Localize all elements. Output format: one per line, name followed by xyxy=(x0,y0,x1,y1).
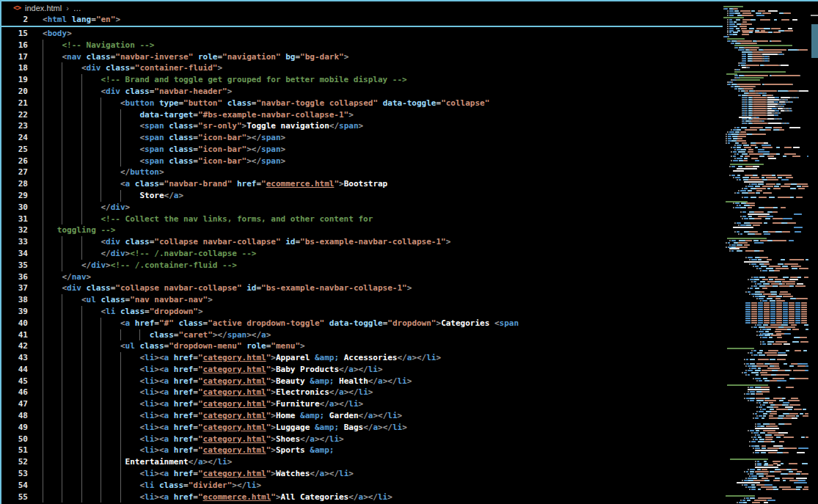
minimap-line xyxy=(766,426,778,427)
code-line[interactable]: 36</nav> xyxy=(0,271,723,283)
code-line[interactable]: 45<li><a href="category.html">Beauty &am… xyxy=(0,376,723,387)
code-line[interactable]: 18<div class="container-fluid"> xyxy=(0,62,723,74)
code-line[interactable]: 43<li><a href="category.html">Apparel &a… xyxy=(0,352,723,364)
code-line[interactable]: 50<li><a href="category.html">Shoes</a><… xyxy=(0,434,723,445)
code-line[interactable]: 39<li class="dropdown"> xyxy=(0,306,723,318)
line-number[interactable]: 50 xyxy=(0,434,28,445)
line-number[interactable]: 46 xyxy=(0,387,28,398)
code-line[interactable]: 41class="caret"></span></a> xyxy=(0,329,723,341)
code-line[interactable]: 42<ul class="dropdown-menu" role="menu"> xyxy=(0,340,723,352)
minimap-line xyxy=(745,304,751,306)
line-number[interactable]: 25 xyxy=(0,144,28,156)
code-line[interactable]: 23<span class="sr-only">Toggle navigatio… xyxy=(0,120,723,132)
line-number[interactable]: 28 xyxy=(0,178,28,190)
code-line[interactable]: 33<div class="collapse navbar-collapse" … xyxy=(0,236,723,248)
code-line[interactable]: 25<span class="icon-bar"></span> xyxy=(0,144,723,156)
code-line[interactable]: 21<button type="button" class="navbar-to… xyxy=(0,98,723,109)
indent-guide xyxy=(62,340,62,352)
code-line[interactable]: 35</div><!-- /.container-fluid --> xyxy=(0,260,723,271)
code-line[interactable]: 38<ul class="nav navbar-nav"> xyxy=(0,294,723,306)
code-line[interactable]: 19<!-- Brand and toggle get grouped for … xyxy=(0,74,723,86)
line-number[interactable]: 39 xyxy=(0,306,28,318)
code-line[interactable]: 34</div><!-- /.navbar-collapse --> xyxy=(0,248,723,260)
code-line[interactable]: 16<!-- Navigation --> xyxy=(0,40,723,51)
code-line[interactable]: 31<!-- Collect the nav links, forms, and… xyxy=(0,213,723,225)
line-number[interactable]: 38 xyxy=(0,294,28,306)
code-line[interactable]: 22data-target="#bs-example-navbar-collap… xyxy=(0,109,723,121)
line-number[interactable]: 33 xyxy=(0,236,28,248)
line-number[interactable]: 54 xyxy=(0,480,28,492)
line-number[interactable]: 53 xyxy=(0,468,28,480)
line-number[interactable]: 43 xyxy=(0,352,28,364)
code-line[interactable]: 26<span class="icon-bar"></span> xyxy=(0,156,723,167)
line-number[interactable]: 37 xyxy=(0,282,28,294)
line-number[interactable]: 16 xyxy=(0,40,28,51)
line-number[interactable]: 29 xyxy=(0,190,28,202)
code-line[interactable]: 15<body> xyxy=(0,28,723,40)
minimap-line xyxy=(765,331,769,332)
line-number[interactable]: 20 xyxy=(0,86,28,98)
line-number[interactable]: 30 xyxy=(0,202,28,213)
code-line[interactable]: 32toggling --> xyxy=(0,224,723,236)
line-number[interactable]: 41 xyxy=(0,329,28,341)
line-number[interactable]: 18 xyxy=(0,62,28,74)
code-line[interactable]: 47<li><a href="category.html">Furniture<… xyxy=(0,398,723,410)
line-number[interactable]: 34 xyxy=(0,248,28,260)
minimap-line xyxy=(796,197,803,198)
minimap-line xyxy=(772,75,800,76)
line-number[interactable]: 44 xyxy=(0,364,28,376)
code-line[interactable]: 28<a class="navbar-brand" href="ecommerc… xyxy=(0,178,723,190)
code-line[interactable]: 44<li><a href="category.html">Baby Produ… xyxy=(0,364,723,376)
line-number[interactable]: 24 xyxy=(0,132,28,144)
line-number[interactable]: 40 xyxy=(0,318,28,329)
minimap[interactable] xyxy=(723,1,810,504)
minimap-line xyxy=(798,188,806,189)
minimap-line xyxy=(754,500,767,501)
code-line[interactable]: 24<span class="icon-bar"></span> xyxy=(0,132,723,144)
code-line[interactable]: 20<div class="navbar-header"> xyxy=(0,86,723,98)
line-number[interactable]: 31 xyxy=(0,213,28,225)
line-number[interactable]: 15 xyxy=(0,28,28,40)
code-line[interactable]: 40<a href="#" class="active dropdown-tog… xyxy=(0,318,723,329)
code-line[interactable]: 51<li><a href="category.html">Sports &am… xyxy=(0,445,723,456)
sticky-line[interactable]: 2<html lang="en"> xyxy=(0,14,723,26)
line-number[interactable]: 23 xyxy=(0,120,28,132)
line-number[interactable]: 49 xyxy=(0,422,28,434)
line-number[interactable]: 36 xyxy=(0,271,28,283)
breadcrumb-ellipsis[interactable]: … xyxy=(73,4,82,12)
code-line[interactable]: 46<li><a href="category.html">Electronic… xyxy=(0,387,723,398)
line-number[interactable]: 55 xyxy=(0,492,28,503)
code-line[interactable]: 54<li class="divider"></li> xyxy=(0,480,723,492)
line-number[interactable]: 42 xyxy=(0,340,28,352)
line-number[interactable]: 51 xyxy=(0,445,28,456)
line-number[interactable]: 27 xyxy=(0,167,28,178)
vertical-scrollbar[interactable] xyxy=(811,1,818,504)
code-line[interactable]: 30</div> xyxy=(0,202,723,213)
code-line[interactable]: 55<li><a href="ecommerce.html">All Categ… xyxy=(0,492,723,503)
line-number[interactable]: 22 xyxy=(0,109,28,121)
line-number[interactable]: 19 xyxy=(0,74,28,86)
breadcrumb-file-name[interactable]: index.html xyxy=(25,4,62,12)
code-line[interactable]: 49<li><a href="category.html">Luggage &a… xyxy=(0,422,723,434)
line-number[interactable]: 17 xyxy=(0,51,28,63)
code-line[interactable]: 29Store</a> xyxy=(0,190,723,202)
code-line[interactable]: 27</button> xyxy=(0,167,723,178)
line-number[interactable]: 47 xyxy=(0,398,28,410)
minimap-line xyxy=(756,406,758,408)
code-line[interactable]: 52Entertainment</a></li> xyxy=(0,456,723,468)
line-number[interactable]: 45 xyxy=(0,376,28,387)
scrollbar-thumb[interactable] xyxy=(811,24,818,58)
line-number[interactable]: 32 xyxy=(0,224,28,236)
code-line[interactable]: 37<div class="collapse navbar-collapse" … xyxy=(0,282,723,294)
code-line[interactable]: 53<li><a href="category.html">Watches</a… xyxy=(0,468,723,480)
line-number[interactable]: 52 xyxy=(0,456,28,468)
line-number[interactable]: 21 xyxy=(0,98,28,109)
code-line[interactable]: 17<nav class="navbar-inverse" role="navi… xyxy=(0,51,723,63)
breadcrumb[interactable]: <> index.html › … xyxy=(0,1,721,14)
line-number[interactable]: 48 xyxy=(0,410,28,422)
line-number[interactable]: 35 xyxy=(0,260,28,271)
code-line[interactable]: 48<li><a href="category.html">Home &amp;… xyxy=(0,410,723,422)
minimap-line xyxy=(731,166,735,167)
line-number[interactable]: 2 xyxy=(0,14,28,26)
line-number[interactable]: 26 xyxy=(0,156,28,167)
